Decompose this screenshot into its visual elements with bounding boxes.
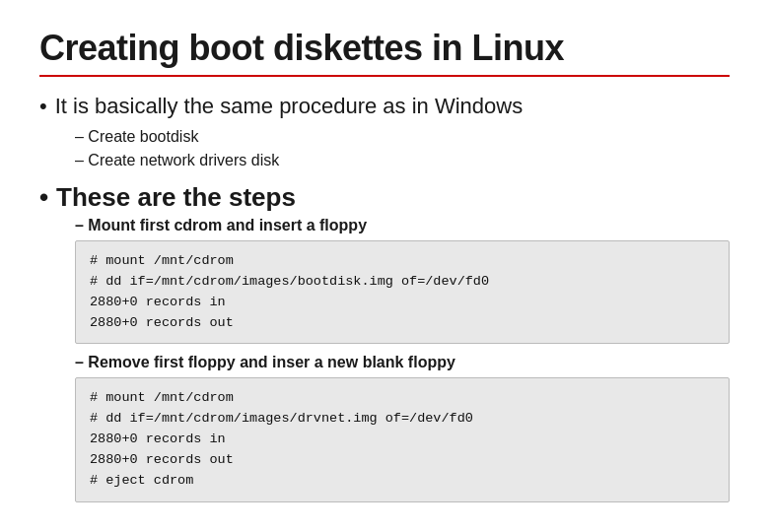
step2-code: # mount /mnt/cdrom # dd if=/mnt/cdrom/im… (75, 377, 730, 502)
bullet-dot-2: • (39, 182, 48, 213)
bullet-2-text: These are the steps (56, 182, 296, 213)
bullet-section-2: • These are the steps Mount first cdrom … (39, 182, 730, 502)
slide-title: Creating boot diskettes in Linux (39, 28, 730, 69)
bullet-1-main: • It is basically the same procedure as … (39, 93, 730, 121)
bullet-2-main: • These are the steps (39, 182, 730, 213)
bullet-1-text: It is basically the same procedure as in… (55, 93, 523, 121)
sub-bullet-1-2: Create network drivers disk (75, 149, 730, 172)
title-divider (39, 75, 730, 77)
sub-bullets-1: Create bootdisk Create network drivers d… (75, 125, 730, 172)
slide: Creating boot diskettes in Linux • It is… (0, 0, 769, 532)
sub-bullet-1-1: Create bootdisk (75, 125, 730, 149)
step1-code: # mount /mnt/cdrom # dd if=/mnt/cdrom/im… (75, 240, 730, 345)
bullet-dot-1: • (39, 93, 47, 121)
step1-label: Mount first cdrom and insert a floppy (75, 217, 730, 234)
step2-label: Remove first floppy and inser a new blan… (75, 354, 730, 371)
bullet-section-1: • It is basically the same procedure as … (39, 93, 730, 172)
